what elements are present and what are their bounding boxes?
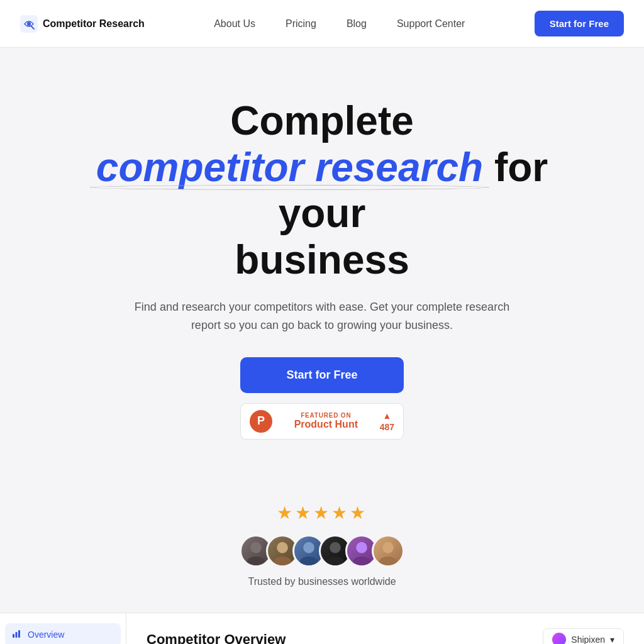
preview-main: Competitor Overview Shipixen ▾ Shipixen … <box>126 613 644 644</box>
preview-section: Overview Keywords & Rankings Backlinks A… <box>0 613 644 644</box>
trusted-text: Trusted by businesses worldwide <box>0 576 644 587</box>
svg-point-14 <box>379 557 397 567</box>
preview-sidebar: Overview Keywords & Rankings Backlinks A… <box>0 613 126 644</box>
sidebar-item-overview-label: Overview <box>28 630 64 640</box>
svg-rect-15 <box>13 634 14 638</box>
svg-point-10 <box>326 557 344 567</box>
nav-blog[interactable]: Blog <box>347 18 367 30</box>
logo[interactable]: Competitor Research <box>20 15 145 33</box>
star-rating: ★★★★★ <box>0 502 644 523</box>
sidebar-item-overview[interactable]: Overview <box>5 623 121 644</box>
preview-dropdown-label: Shipixen <box>571 635 605 644</box>
svg-point-6 <box>274 557 291 567</box>
preview-dropdown[interactable]: Shipixen ▾ <box>543 628 624 644</box>
ph-logo: P <box>250 410 272 433</box>
nav-pricing[interactable]: Pricing <box>286 18 316 30</box>
preview-section-title: Competitor Overview <box>147 631 286 644</box>
chevron-down-icon: ▾ <box>610 635 614 644</box>
logo-icon <box>20 15 38 33</box>
svg-point-7 <box>303 542 314 553</box>
ph-featured-label: FEATURED ON <box>279 412 374 419</box>
nav-links: About Us Pricing Blog Support Center <box>214 18 465 30</box>
svg-point-9 <box>330 542 341 553</box>
avatar-group <box>0 535 644 567</box>
svg-point-5 <box>277 542 288 553</box>
overview-icon <box>11 630 21 640</box>
nav-about[interactable]: About Us <box>214 18 255 30</box>
svg-rect-17 <box>18 630 20 638</box>
ph-text: FEATURED ON Product Hunt <box>279 412 374 430</box>
ph-name: Product Hunt <box>279 419 374 430</box>
hero-subtitle: Find and research your competitors with … <box>133 298 511 335</box>
hero-title: Complete competitor research for your bu… <box>50 98 594 283</box>
avatar-6 <box>372 535 404 567</box>
preview-badge-icon <box>552 633 566 644</box>
svg-point-8 <box>300 557 318 567</box>
preview-header: Competitor Overview Shipixen ▾ <box>147 628 624 644</box>
ph-votes: ▲ 487 <box>380 411 394 432</box>
logo-text: Competitor Research <box>43 18 145 30</box>
svg-point-11 <box>356 542 367 553</box>
svg-point-12 <box>353 557 370 567</box>
ph-arrow-icon: ▲ <box>382 411 391 421</box>
nav-cta-button[interactable]: Start for Free <box>535 11 624 36</box>
hero-title-line3: business <box>235 237 409 282</box>
svg-point-13 <box>382 542 394 553</box>
hero-cta-button[interactable]: Start for Free <box>240 357 404 393</box>
hero-section: Complete competitor research for your bu… <box>0 48 644 477</box>
navbar: Competitor Research About Us Pricing Blo… <box>0 0 644 48</box>
product-hunt-badge[interactable]: P FEATURED ON Product Hunt ▲ 487 <box>240 403 404 440</box>
nav-support[interactable]: Support Center <box>397 18 465 30</box>
svg-rect-16 <box>16 632 18 638</box>
hero-title-line1: Complete <box>230 98 414 143</box>
svg-point-4 <box>247 557 265 567</box>
svg-point-1 <box>27 22 31 26</box>
hero-title-italic: competitor research <box>96 145 483 191</box>
social-proof-section: ★★★★★ <box>0 477 644 600</box>
ph-vote-count: 487 <box>380 422 394 432</box>
svg-point-3 <box>250 542 262 553</box>
